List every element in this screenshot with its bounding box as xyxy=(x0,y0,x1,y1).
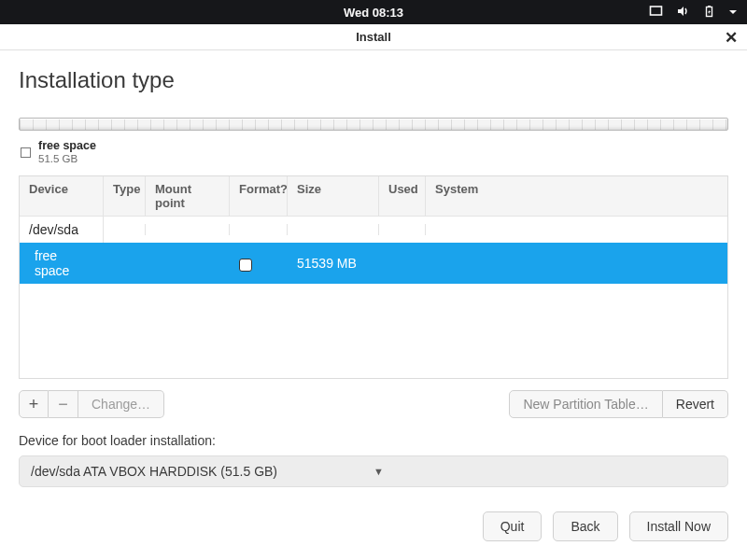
volume-icon[interactable] xyxy=(676,5,690,21)
cell-used xyxy=(379,258,426,269)
dialog-titlebar: Install ✕ xyxy=(0,24,747,50)
cell-format xyxy=(230,224,288,235)
dialog-title: Install xyxy=(356,30,391,44)
svg-marker-4 xyxy=(708,9,711,15)
cell-system xyxy=(426,224,727,235)
svg-rect-0 xyxy=(651,7,662,15)
cell-type xyxy=(104,258,146,269)
partition-summary: free space 51.5 GB xyxy=(19,138,728,166)
remove-partition-button[interactable]: − xyxy=(49,390,78,418)
cell-used xyxy=(379,224,426,235)
bootloader-device-select[interactable]: /dev/sda ATA VBOX HARDDISK (51.5 GB) ▼ xyxy=(19,455,728,487)
revert-button[interactable]: Revert xyxy=(663,390,728,418)
cell-mount xyxy=(146,258,230,269)
page-title: Installation type xyxy=(19,67,728,93)
install-now-button[interactable]: Install Now xyxy=(629,511,728,541)
partition-summary-size: 51.5 GB xyxy=(38,153,96,165)
quit-button[interactable]: Quit xyxy=(483,511,543,541)
partition-actions: + − Change… New Partition Table… Revert xyxy=(19,390,728,418)
col-system[interactable]: System xyxy=(426,176,727,216)
bootloader-device-value: /dev/sda ATA VBOX HARDDISK (51.5 GB) xyxy=(31,464,374,479)
cell-mount xyxy=(146,224,230,235)
cell-size xyxy=(288,224,379,235)
cell-device: free space xyxy=(20,243,104,284)
cell-format[interactable] xyxy=(230,250,288,276)
battery-icon[interactable] xyxy=(703,5,715,21)
cell-size: 51539 MB xyxy=(288,250,379,276)
cell-device: /dev/sda xyxy=(20,217,104,243)
partition-bar[interactable] xyxy=(19,118,728,131)
menubar: Wed 08:13 xyxy=(0,0,747,24)
svg-marker-5 xyxy=(729,10,737,14)
col-device[interactable]: Device xyxy=(20,176,104,216)
clock-text: Wed 08:13 xyxy=(344,6,403,20)
col-type[interactable]: Type xyxy=(104,176,146,216)
cell-type xyxy=(104,224,146,235)
back-button[interactable]: Back xyxy=(553,511,617,541)
chevron-down-icon: ▼ xyxy=(374,466,716,477)
svg-rect-3 xyxy=(708,6,711,7)
table-row[interactable]: /dev/sda xyxy=(20,217,727,243)
col-mount[interactable]: Mount point xyxy=(146,176,230,216)
new-partition-table-button[interactable]: New Partition Table… xyxy=(509,390,662,418)
col-format[interactable]: Format? xyxy=(230,176,288,216)
svg-marker-1 xyxy=(678,7,684,16)
table-row[interactable]: free space 51539 MB xyxy=(20,243,727,284)
screen-icon[interactable] xyxy=(649,5,663,21)
partition-summary-label: free space xyxy=(38,140,96,153)
change-partition-button[interactable]: Change… xyxy=(78,390,164,418)
cell-system xyxy=(426,258,727,269)
partition-table: Device Type Mount point Format? Size Use… xyxy=(19,175,728,379)
partition-swatch-icon xyxy=(21,147,31,158)
dialog-footer: Quit Back Install Now xyxy=(0,498,747,556)
chevron-down-icon[interactable] xyxy=(728,6,738,20)
table-header: Device Type Mount point Format? Size Use… xyxy=(20,176,727,217)
close-icon[interactable]: ✕ xyxy=(725,29,738,45)
add-partition-button[interactable]: + xyxy=(19,390,49,418)
col-size[interactable]: Size xyxy=(288,176,379,216)
col-used[interactable]: Used xyxy=(379,176,426,216)
bootloader-label: Device for boot loader installation: xyxy=(19,433,728,448)
format-checkbox[interactable] xyxy=(239,259,252,272)
